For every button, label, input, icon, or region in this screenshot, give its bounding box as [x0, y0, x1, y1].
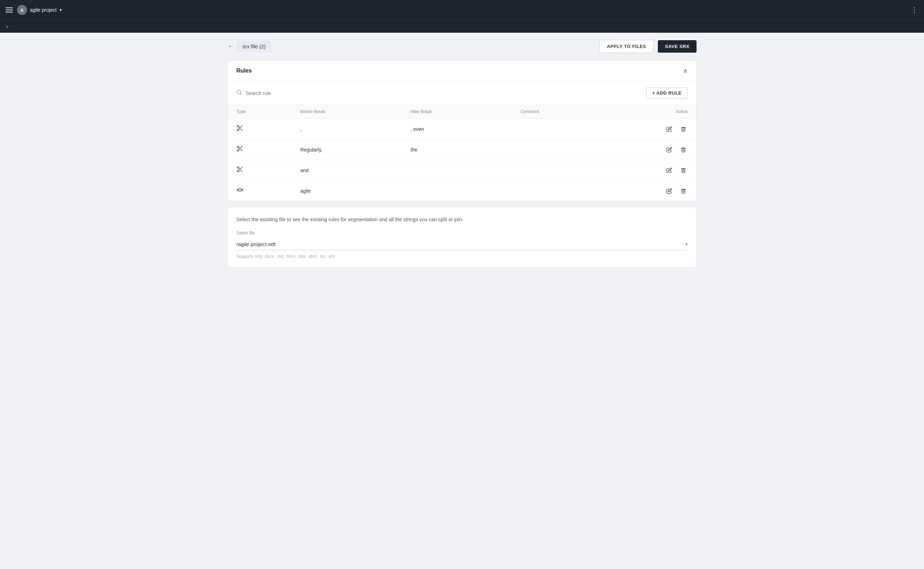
search-bar: + ADD RULE: [228, 81, 696, 105]
select-file-label: Select file: [236, 230, 688, 236]
svg-line-10: [241, 149, 242, 151]
file-select-dropdown[interactable]: /agile project.odt ▾: [236, 238, 688, 250]
project-avatar: A: [17, 5, 27, 15]
page-title: srx file (2): [237, 41, 272, 52]
save-srx-button[interactable]: SAVE SRX: [658, 40, 696, 53]
page-header: ← srx file (2) APPLY TO FILES SAVE SRX: [228, 40, 696, 53]
search-rule-input[interactable]: [246, 90, 352, 96]
svg-line-15: [241, 170, 242, 172]
search-icon: [236, 90, 242, 96]
hamburger-menu-icon[interactable]: [6, 8, 13, 12]
cell-actions: [631, 146, 688, 154]
cell-type: [236, 186, 300, 195]
main-content: ← srx file (2) APPLY TO FILES SAVE SRX R…: [213, 33, 711, 275]
project-name: agile project: [30, 7, 57, 13]
col-header-before-break: Before Break: [300, 109, 410, 114]
edit-rule-button[interactable]: [665, 187, 674, 195]
edit-rule-button[interactable]: [665, 125, 674, 133]
apply-to-files-button[interactable]: APPLY TO FILES: [599, 40, 654, 53]
table-header: Type Before Break After break Comment Ac…: [228, 105, 696, 119]
rules-table-body: , , even: [228, 119, 696, 201]
file-support-text: Supports only .docx, .md, .html, .dita, …: [236, 254, 688, 259]
delete-rule-button[interactable]: [679, 166, 688, 175]
bottom-card: Select the exisiting file to see the exi…: [228, 207, 696, 268]
collapse-icon[interactable]: ∧: [683, 68, 688, 74]
dropdown-arrow-icon: ▾: [686, 242, 688, 247]
table-row: agile: [228, 181, 696, 201]
add-rule-button[interactable]: + ADD RULE: [646, 87, 688, 99]
delete-rule-button[interactable]: [679, 125, 688, 133]
cell-type: [236, 125, 300, 133]
table-row: and: [228, 160, 696, 181]
sub-nav-chevron-icon[interactable]: ∨: [6, 24, 9, 29]
back-button[interactable]: ←: [228, 43, 234, 50]
table-row: , , even: [228, 119, 696, 139]
col-header-after-break: After break: [410, 109, 520, 114]
cell-type: [236, 166, 300, 175]
chevron-down-icon: ▾: [60, 8, 62, 12]
cell-before-break: ,: [300, 126, 410, 132]
cell-actions: [631, 187, 688, 195]
cell-after-break: the: [410, 147, 520, 152]
cell-type: [236, 145, 300, 154]
rules-card-header: Rules ∧: [228, 61, 696, 81]
sub-navigation: ∨: [0, 20, 924, 33]
col-header-comment: Comment: [520, 109, 631, 114]
bottom-card-description: Select the exisiting file to see the exi…: [236, 216, 688, 223]
col-header-action: Action: [631, 109, 688, 114]
svg-line-16: [239, 168, 240, 169]
top-navigation: A agile project ▾ ⋮: [0, 0, 924, 20]
cell-after-break: , even: [410, 126, 520, 132]
cell-actions: [631, 125, 688, 133]
col-header-type: Type: [236, 109, 300, 114]
svg-rect-19: [238, 189, 241, 191]
delete-rule-button[interactable]: [679, 187, 688, 195]
project-selector[interactable]: A agile project ▾: [17, 5, 62, 15]
rules-card: Rules ∧ + ADD RULE Type Before Break Aft…: [228, 60, 696, 201]
header-actions: APPLY TO FILES SAVE SRX: [599, 40, 696, 53]
svg-line-6: [239, 127, 240, 128]
delete-rule-button[interactable]: [679, 146, 688, 154]
cell-before-break: Regularly,: [300, 147, 410, 152]
rules-card-title: Rules: [236, 68, 252, 74]
svg-line-5: [241, 129, 242, 131]
svg-line-11: [239, 148, 240, 149]
table-row: Regularly, the: [228, 139, 696, 160]
cell-actions: [631, 166, 688, 175]
more-options-icon[interactable]: ⋮: [911, 6, 918, 14]
edit-rule-button[interactable]: [665, 166, 674, 175]
edit-rule-button[interactable]: [665, 146, 674, 154]
cell-before-break: agile: [300, 188, 410, 194]
selected-file-value: /agile project.odt: [236, 241, 275, 247]
svg-line-1: [240, 94, 241, 94]
cell-before-break: and: [300, 167, 410, 173]
